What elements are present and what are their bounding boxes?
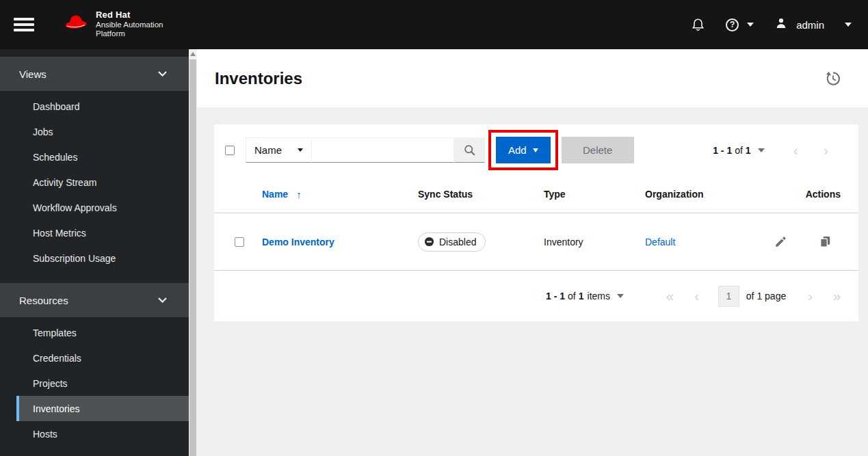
inventory-name-link[interactable]: Demo Inventory (262, 237, 418, 247)
filter-type-dropdown[interactable]: Name (246, 137, 312, 163)
history-icon[interactable] (826, 71, 841, 86)
per-page-dropdown-icon[interactable] (758, 148, 765, 152)
page-header: Inventories (197, 49, 868, 107)
sidebar-section-resources[interactable]: Resources (0, 283, 189, 317)
copy-icon[interactable] (819, 235, 832, 248)
column-header-actions: Actions (773, 189, 858, 200)
column-header-sync-status: Sync Status (418, 189, 544, 200)
items-range: 1 - 1 (546, 291, 565, 301)
sync-status-label: Disabled (439, 237, 476, 247)
table-row: Demo Inventory Disabled Inventory Defaul… (214, 213, 858, 271)
scrollbar-thumb[interactable] (189, 59, 196, 456)
sidebar-item-activity-stream[interactable]: Activity Stream (0, 170, 189, 195)
search-icon (464, 144, 475, 156)
annotation-highlight: Add (488, 130, 558, 170)
sidebar-item-projects[interactable]: Projects (0, 371, 189, 396)
organization-link[interactable]: Default (645, 237, 773, 247)
sidebar-nav: Views Dashboard Jobs Schedules Activity … (0, 49, 189, 456)
brand-name: Red Hat (96, 10, 163, 21)
sidebar-item-templates[interactable]: Templates (0, 320, 189, 345)
sidebar-item-credentials[interactable]: Credentials (0, 345, 189, 371)
main-content: Inventories Name (197, 49, 868, 456)
nav-toggle-button[interactable] (14, 18, 34, 31)
chevron-down-icon (158, 71, 167, 77)
sidebar-item-subscription-usage[interactable]: Subscription Usage (0, 245, 189, 271)
chevron-down-icon (158, 297, 167, 303)
scroll-up-arrow-icon[interactable] (190, 52, 196, 56)
prev-page-button[interactable]: ‹ (694, 289, 699, 303)
chevron-down-icon (298, 148, 303, 152)
sidebar-item-schedules[interactable]: Schedules (0, 144, 189, 170)
edit-pencil-icon[interactable] (774, 235, 787, 248)
help-menu[interactable]: ? (726, 18, 754, 31)
user-menu[interactable]: admin (774, 16, 852, 33)
brand-sub1: Ansible Automation (96, 21, 163, 29)
table-header-row: Name ↑ Sync Status Type Organization Act… (214, 176, 858, 213)
section-label: Views (19, 68, 47, 80)
delete-button[interactable]: Delete (562, 137, 634, 163)
inventories-card: Name Add Delete (214, 124, 858, 321)
sidebar-item-jobs[interactable]: Jobs (0, 119, 189, 144)
column-header-type: Type (544, 189, 645, 200)
brand-sub2: Platform (96, 29, 163, 38)
add-button[interactable]: Add (496, 137, 551, 163)
sidebar-item-host-metrics[interactable]: Host Metrics (0, 220, 189, 245)
current-page-input[interactable] (718, 286, 739, 307)
redhat-logo-icon (62, 13, 90, 36)
username-label: admin (796, 19, 824, 31)
sidebar-item-inventories[interactable]: Inventories (16, 396, 189, 421)
chevron-down-icon (533, 148, 538, 152)
chevron-down-icon (845, 23, 852, 27)
notifications-bell-icon[interactable] (691, 17, 705, 32)
user-icon (774, 16, 788, 33)
inventory-type-cell: Inventory (544, 237, 645, 247)
toolbar: Name Add Delete (214, 124, 858, 176)
pagination-total: 1 (746, 145, 751, 156)
search-button[interactable] (454, 137, 485, 163)
section-label: Resources (19, 295, 68, 306)
row-checkbox[interactable] (235, 237, 244, 247)
sidebar-scrollbar[interactable] (189, 49, 197, 456)
next-page-button[interactable]: › (808, 289, 813, 303)
help-icon: ? (726, 18, 739, 31)
add-button-label: Add (508, 144, 527, 156)
column-header-name[interactable]: Name ↑ (262, 189, 418, 200)
pagination-top: 1 - 1 of 1 ‹ › (713, 144, 847, 157)
prev-page-button[interactable]: ‹ (793, 144, 798, 157)
sidebar-section-views[interactable]: Views (0, 57, 189, 91)
sidebar-item-hosts[interactable]: Hosts (0, 421, 189, 446)
sort-ascending-icon[interactable]: ↑ (296, 189, 302, 200)
sidebar-item-workflow-approvals[interactable]: Workflow Approvals (0, 195, 189, 220)
search-input[interactable] (312, 137, 454, 163)
brand-logo[interactable]: Red Hat Ansible Automation Platform (62, 10, 163, 38)
sync-status-badge: Disabled (418, 232, 486, 252)
chevron-down-icon (747, 23, 754, 27)
last-page-button[interactable]: » (833, 289, 841, 303)
page-title: Inventories (215, 69, 302, 88)
filter-type-label: Name (254, 144, 282, 156)
page-of-label: of 1 page (746, 291, 786, 301)
sidebar-item-dashboard[interactable]: Dashboard (0, 94, 189, 119)
items-word: items (588, 291, 610, 301)
per-page-dropdown-icon[interactable] (617, 294, 624, 298)
column-header-organization: Organization (645, 189, 773, 200)
pagination-bottom: 1 - 1 of 1 items « ‹ of 1 page › » (214, 271, 858, 321)
next-page-button[interactable]: › (824, 144, 828, 157)
select-all-checkbox[interactable] (225, 146, 235, 155)
first-page-button[interactable]: « (666, 289, 674, 303)
pagination-range: 1 - 1 (713, 145, 732, 156)
masthead: Red Hat Ansible Automation Platform ? ad… (0, 0, 868, 49)
pagination-of: of (735, 145, 743, 156)
disabled-ban-icon (424, 237, 434, 247)
